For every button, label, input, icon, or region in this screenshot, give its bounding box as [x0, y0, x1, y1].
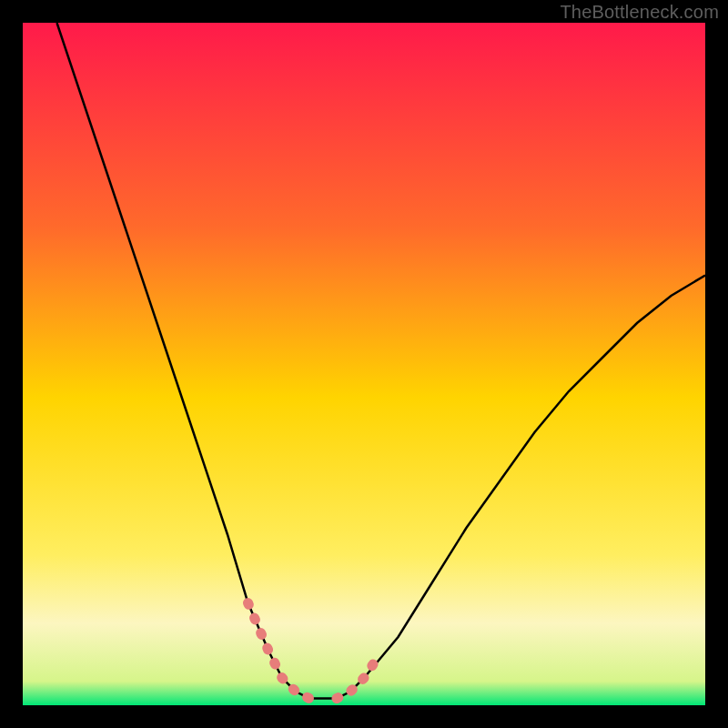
chart-frame: [23, 23, 705, 705]
gradient-bg: [23, 23, 705, 705]
bottleneck-plot: [23, 23, 705, 705]
watermark-text: TheBottleneck.com: [560, 2, 719, 23]
